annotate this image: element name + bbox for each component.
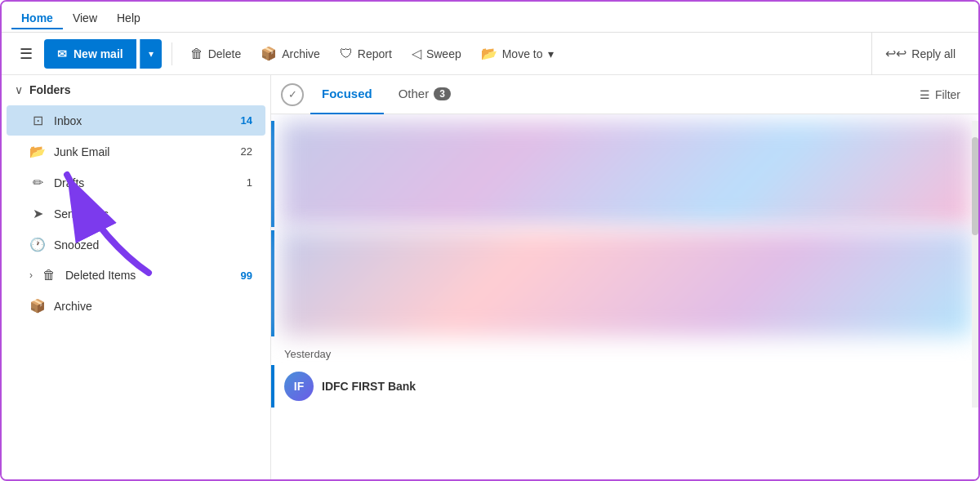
sidebar-item-deleted[interactable]: › 🗑 Deleted Items 99 xyxy=(7,261,265,290)
sender-name: IDFC FIRST Bank xyxy=(322,380,416,393)
drafts-count: 1 xyxy=(247,176,252,189)
sweep-button[interactable]: ◁ Sweep xyxy=(403,39,470,69)
new-mail-icon: ✉ xyxy=(57,47,67,60)
sent-icon: ➤ xyxy=(29,206,46,221)
reply-all-button[interactable]: ↩↩ Reply all xyxy=(871,33,969,75)
scrollbar-thumb[interactable] xyxy=(972,137,978,235)
other-label: Other xyxy=(399,87,430,100)
sent-label: Sent Items xyxy=(54,207,244,220)
avatar-initials: IF xyxy=(294,380,304,393)
new-mail-label: New mail xyxy=(74,47,123,60)
junk-label: Junk Email xyxy=(54,145,233,158)
reply-all-icon: ↩↩ xyxy=(885,46,906,61)
drafts-icon: ✏ xyxy=(29,175,46,190)
sender-avatar: IF xyxy=(284,372,314,401)
select-all-check[interactable]: ✓ xyxy=(281,83,304,106)
moveto-button[interactable]: 📂 Move to ▾ xyxy=(473,39,562,69)
check-icon: ✓ xyxy=(288,88,297,100)
junk-icon: 📂 xyxy=(29,144,46,159)
inbox-label: Inbox xyxy=(54,114,233,127)
sidebar-item-snoozed[interactable]: 🕐 Snoozed xyxy=(7,229,265,260)
sweep-icon: ◁ xyxy=(412,46,421,61)
archive-toolbar-icon: 📦 xyxy=(261,46,277,61)
folders-chevron: ∨ xyxy=(15,83,23,96)
filter-button[interactable]: ☰ Filter xyxy=(911,83,969,106)
delete-icon: 🗑 xyxy=(190,47,203,61)
deleted-icon: 🗑 xyxy=(41,268,57,283)
inbox-count: 14 xyxy=(241,114,252,127)
sidebar-item-sent[interactable]: ➤ Sent Items xyxy=(7,198,265,229)
archive-sidebar-label: Archive xyxy=(54,300,244,313)
sidebar-item-inbox[interactable]: ⊡ Inbox 14 xyxy=(7,105,265,136)
moveto-dropdown-icon: ▾ xyxy=(548,47,554,60)
mail-list[interactable]: Yesterday IF IDFC FIRST Bank xyxy=(271,114,978,481)
blurred-mail-item-1 xyxy=(281,121,972,227)
report-button[interactable]: 🛡 Report xyxy=(332,39,400,69)
report-icon: 🛡 xyxy=(340,47,353,61)
sidebar-item-archive[interactable]: 📦 Archive xyxy=(7,291,265,321)
archive-toolbar-button[interactable]: 📦 Archive xyxy=(252,39,328,69)
moveto-icon: 📂 xyxy=(481,46,497,61)
menu-help[interactable]: Help xyxy=(107,8,150,29)
menu-view[interactable]: View xyxy=(63,8,107,29)
sidebar-item-junk[interactable]: 📂 Junk Email 22 xyxy=(7,136,265,167)
drafts-label: Drafts xyxy=(54,176,238,189)
sidebar-item-drafts[interactable]: ✏ Drafts 1 xyxy=(7,167,265,198)
yesterday-label: Yesterday xyxy=(271,340,978,365)
filter-icon: ☰ xyxy=(920,88,930,101)
snoozed-label: Snoozed xyxy=(54,238,244,252)
sweep-label: Sweep xyxy=(426,47,461,60)
hamburger-button[interactable]: ☰ xyxy=(11,39,41,69)
delete-button[interactable]: 🗑 Delete xyxy=(182,39,249,69)
filter-label: Filter xyxy=(935,88,960,101)
tab-bar: ✓ Focused Other 3 ☰ Filter xyxy=(271,75,978,114)
toolbar: ☰ ✉ New mail ▾ 🗑 Delete 📦 Archive 🛡 Repo… xyxy=(2,33,978,75)
deleted-count: 99 xyxy=(241,269,252,282)
scrollbar-track[interactable] xyxy=(972,121,978,408)
delete-label: Delete xyxy=(208,47,241,60)
menu-bar: Home View Help xyxy=(2,2,978,33)
new-mail-button[interactable]: ✉ New mail xyxy=(44,39,136,69)
sidebar: ∨ Folders ⊡ Inbox 14 📂 Junk Email 22 ✏ D… xyxy=(2,75,271,481)
report-label: Report xyxy=(358,47,392,60)
dropdown-icon: ▾ xyxy=(149,48,154,60)
focused-label: Focused xyxy=(322,87,372,100)
deleted-expand-arrow: › xyxy=(29,269,33,281)
folders-label: Folders xyxy=(29,83,71,96)
other-badge: 3 xyxy=(434,87,451,100)
toolbar-separator-1 xyxy=(172,42,172,65)
main-layout: ∨ Folders ⊡ Inbox 14 📂 Junk Email 22 ✏ D… xyxy=(2,75,978,481)
reply-all-label: Reply all xyxy=(911,47,956,60)
content-area: ✓ Focused Other 3 ☰ Filter xyxy=(271,75,978,481)
tab-other[interactable]: Other 3 xyxy=(387,75,462,114)
junk-count: 22 xyxy=(241,145,252,158)
moveto-label: Move to xyxy=(502,47,543,60)
new-mail-dropdown-button[interactable]: ▾ xyxy=(140,39,162,69)
folders-header[interactable]: ∨ Folders xyxy=(2,75,270,105)
deleted-label: Deleted Items xyxy=(65,269,233,282)
archive-toolbar-label: Archive xyxy=(282,47,320,60)
tab-focused[interactable]: Focused xyxy=(310,75,384,114)
snoozed-icon: 🕐 xyxy=(29,237,46,252)
inbox-icon: ⊡ xyxy=(29,113,46,128)
archive-sidebar-icon: 📦 xyxy=(29,298,46,314)
hamburger-icon: ☰ xyxy=(20,45,33,63)
menu-home[interactable]: Home xyxy=(11,8,63,29)
blurred-mail-item-2 xyxy=(281,230,972,336)
mail-item-idfc[interactable]: IF IDFC FIRST Bank xyxy=(271,365,978,408)
